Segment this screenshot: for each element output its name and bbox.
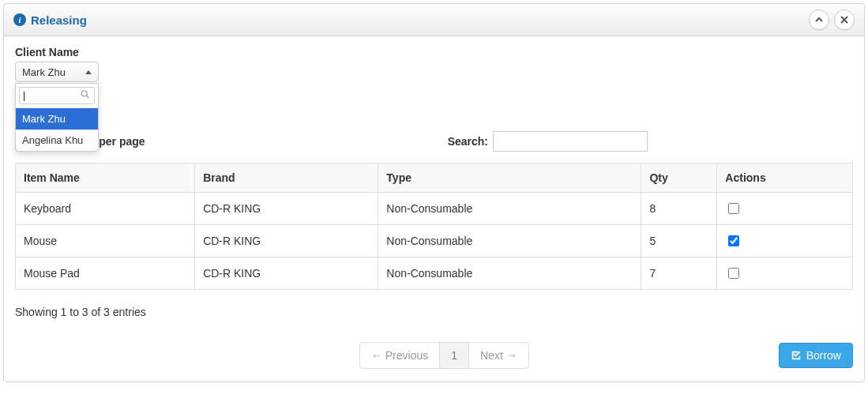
panel-title: i Releasing xyxy=(13,13,87,27)
chevron-up-icon xyxy=(815,16,823,24)
pagination: ← Previous 1 Next → xyxy=(359,342,529,369)
client-name-selected: Mark Zhu xyxy=(22,66,66,78)
table-row: Mouse CD-R KING Non-Consumable 5 xyxy=(16,225,853,257)
cell-type: Non-Consumable xyxy=(378,193,641,225)
panel-body: Client Name Mark Zhu Mark Zhu Angelina K… xyxy=(4,36,864,381)
page-prev-button[interactable]: ← Previous xyxy=(359,342,440,369)
table-header-row: Item Name Brand Type Qty Actions xyxy=(16,163,853,193)
client-name-menu: Mark Zhu Angelina Khu xyxy=(15,83,99,152)
cell-item: Keyboard xyxy=(16,193,195,225)
edit-check-icon xyxy=(791,350,802,361)
cell-qty: 8 xyxy=(641,193,717,225)
borrow-button[interactable]: Borrow xyxy=(779,343,853,368)
items-table: Item Name Brand Type Qty Actions Keyboar… xyxy=(15,163,853,290)
cell-actions xyxy=(717,257,853,290)
cell-brand: CD-R KING xyxy=(195,225,378,257)
client-name-toggle[interactable]: Mark Zhu xyxy=(15,62,99,82)
borrow-label: Borrow xyxy=(806,349,841,362)
th-item-name[interactable]: Item Name xyxy=(16,163,195,193)
cell-actions xyxy=(717,193,853,225)
client-option-1[interactable]: Angelina Khu xyxy=(16,130,98,151)
collapse-button[interactable] xyxy=(809,9,829,30)
cell-brand: CD-R KING xyxy=(195,193,378,225)
table-search-control: Search: xyxy=(448,131,648,152)
page-next-button[interactable]: Next → xyxy=(468,342,529,369)
search-label: Search: xyxy=(448,135,488,148)
panel-header: i Releasing xyxy=(4,4,864,36)
row-checkbox[interactable] xyxy=(728,235,739,246)
client-name-label: Client Name xyxy=(15,46,853,58)
table-row: Keyboard CD-R KING Non-Consumable 8 xyxy=(16,193,853,225)
table-toolbar: 10 records per page Search: xyxy=(15,131,853,152)
page-number-button[interactable]: 1 xyxy=(439,342,469,369)
info-icon: i xyxy=(13,13,26,26)
cell-qty: 7 xyxy=(641,257,717,290)
close-icon xyxy=(840,16,848,24)
caret-up-icon xyxy=(85,70,92,74)
th-qty[interactable]: Qty xyxy=(641,163,717,193)
th-actions[interactable]: Actions xyxy=(717,163,853,193)
row-checkbox[interactable] xyxy=(728,268,739,279)
search-input[interactable] xyxy=(493,131,648,152)
panel-actions xyxy=(809,9,855,30)
table-info: Showing 1 to 3 of 3 entries xyxy=(15,306,853,318)
client-name-dropdown: Mark Zhu Mark Zhu Angelina Khu xyxy=(15,62,99,82)
panel-title-text: Releasing xyxy=(31,13,87,27)
cell-actions xyxy=(717,225,853,257)
releasing-panel: i Releasing Client Name Mark Zhu xyxy=(3,3,865,382)
cell-qty: 5 xyxy=(641,225,717,257)
cell-item: Mouse xyxy=(16,225,195,257)
th-brand[interactable]: Brand xyxy=(195,163,378,193)
cell-type: Non-Consumable xyxy=(378,257,641,290)
client-search-input[interactable] xyxy=(19,87,95,104)
cell-item: Mouse Pad xyxy=(16,257,195,290)
close-button[interactable] xyxy=(834,9,855,30)
row-checkbox[interactable] xyxy=(728,203,739,214)
cell-type: Non-Consumable xyxy=(378,225,641,257)
table-row: Mouse Pad CD-R KING Non-Consumable 7 xyxy=(16,257,853,290)
cell-brand: CD-R KING xyxy=(195,257,378,290)
th-type[interactable]: Type xyxy=(378,163,641,193)
client-search-wrap xyxy=(16,84,98,108)
client-option-0[interactable]: Mark Zhu xyxy=(16,108,98,130)
table-footer: ← Previous 1 Next → Borrow xyxy=(15,342,853,369)
